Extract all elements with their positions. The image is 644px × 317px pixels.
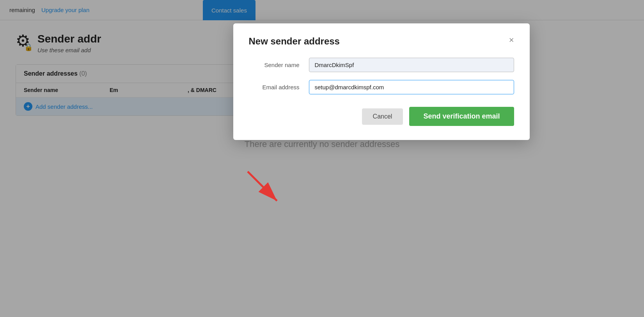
new-sender-modal: New sender address × Sender name Email a… bbox=[233, 23, 530, 140]
email-address-input[interactable] bbox=[309, 80, 514, 94]
sender-name-input[interactable] bbox=[309, 58, 514, 72]
sender-name-row: Sender name bbox=[249, 58, 514, 72]
email-address-row: Email address bbox=[249, 80, 514, 94]
cancel-button[interactable]: Cancel bbox=[362, 108, 403, 125]
email-address-label: Email address bbox=[249, 84, 300, 90]
modal-close-button[interactable]: × bbox=[509, 36, 514, 44]
modal-header: New sender address × bbox=[249, 36, 514, 47]
modal-title: New sender address bbox=[249, 36, 340, 47]
send-verification-button[interactable]: Send verification email bbox=[409, 107, 514, 126]
modal-actions: Cancel Send verification email bbox=[249, 107, 514, 126]
sender-name-label: Sender name bbox=[249, 62, 300, 68]
